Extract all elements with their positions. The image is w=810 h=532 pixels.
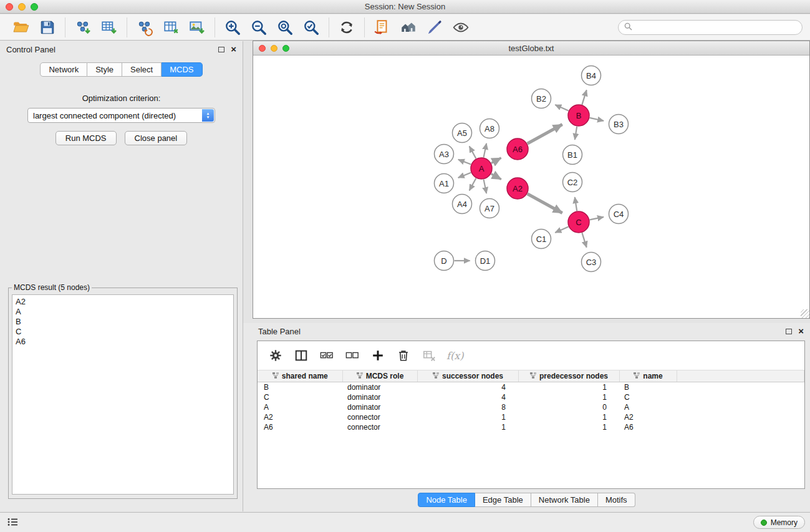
zoom-fit-button[interactable] (274, 17, 296, 38)
column-header-shared-name[interactable]: shared name (258, 370, 342, 382)
mcds-result-item[interactable]: A6 (16, 337, 230, 347)
mcds-result-list[interactable]: A2ABCA6 (12, 294, 234, 495)
zoom-selected-button[interactable] (301, 17, 322, 38)
deselect-all-button[interactable] (344, 347, 360, 364)
network-node-A3[interactable]: A3 (435, 145, 454, 164)
home-button[interactable] (398, 17, 419, 38)
network-node-A2[interactable]: A2 (507, 178, 528, 199)
network-edge-C-C1[interactable] (555, 226, 568, 233)
network-window-titlebar[interactable]: testGlobe.txt (253, 41, 809, 56)
network-node-D1[interactable]: D1 (476, 251, 495, 271)
network-node-A7[interactable]: A7 (480, 199, 499, 218)
tab-network[interactable]: Network (40, 62, 87, 77)
optimization-criterion-dropdown[interactable]: largest connected component (directed) ▲… (27, 108, 215, 123)
close-panel-icon[interactable]: × (231, 46, 236, 53)
network-edge-C-C2[interactable] (575, 197, 577, 211)
network-close-button[interactable] (259, 45, 266, 52)
network-canvas[interactable]: B4B2BB3A5A8A6B1A3AC2A1A2A4A7C4CC1C3DD1 (253, 56, 809, 318)
trash-button[interactable] (395, 347, 412, 364)
network-edge-A6-B[interactable] (528, 124, 562, 143)
network-graph[interactable]: B4B2BB3A5A8A6B1A3AC2A1A2A4A7C4CC1C3DD1 (253, 56, 809, 318)
tab-select[interactable]: Select (122, 62, 162, 77)
network-node-C2[interactable]: C2 (563, 173, 582, 192)
network-edge-A-A4[interactable] (470, 178, 476, 191)
tab-node-table[interactable]: Node Table (418, 493, 475, 507)
memory-button[interactable]: Memory (753, 516, 805, 529)
save-session-button[interactable] (37, 17, 58, 38)
new-network-button[interactable] (134, 17, 155, 38)
table-row[interactable]: A6connector11A6 (258, 422, 804, 432)
tab-network-table[interactable]: Network Table (531, 493, 598, 507)
minimize-window-button[interactable] (18, 3, 26, 11)
column-header-name[interactable]: name (619, 370, 677, 382)
network-edge-A-A6[interactable] (491, 158, 501, 163)
tab-mcds[interactable]: MCDS (162, 62, 202, 77)
import-table-button[interactable] (99, 17, 120, 38)
mcds-result-item[interactable]: C (16, 327, 230, 337)
network-node-C[interactable]: C (568, 211, 589, 233)
mcds-result-item[interactable]: A2 (16, 297, 230, 307)
float-table-panel-icon[interactable] (786, 329, 792, 334)
open-session-button[interactable] (11, 17, 32, 38)
close-panel-button[interactable]: Close panel (125, 131, 188, 145)
network-node-A8[interactable]: A8 (480, 119, 499, 138)
document-export-button[interactable] (372, 17, 393, 38)
new-table-button[interactable] (160, 17, 181, 38)
table-row[interactable]: A2connector11A2 (258, 412, 804, 422)
network-edge-A-A2[interactable] (491, 174, 501, 180)
tab-style[interactable]: Style (87, 62, 122, 77)
zoom-window-button[interactable] (31, 3, 38, 11)
network-node-B3[interactable]: B3 (609, 115, 629, 134)
mcds-result-item[interactable]: B (16, 317, 230, 327)
zoom-out-button[interactable] (248, 17, 269, 38)
table-row[interactable]: Bdominator41B (258, 382, 804, 392)
network-edge-B-B3[interactable] (590, 118, 604, 121)
network-node-A6[interactable]: A6 (507, 138, 528, 160)
table-row[interactable]: Cdominator41C (258, 392, 804, 402)
tab-edge-table[interactable]: Edge Table (475, 493, 531, 507)
network-node-B[interactable]: B (568, 105, 589, 126)
network-edge-A-A3[interactable] (458, 160, 471, 165)
zoom-in-button[interactable] (222, 17, 243, 38)
network-edge-C-C4[interactable] (590, 217, 604, 220)
column-header-mcds-role[interactable]: MCDS role (342, 370, 417, 382)
style-brush-button[interactable] (424, 17, 445, 38)
delete-table-button[interactable] (421, 347, 437, 364)
column-header-predecessor-nodes[interactable]: predecessor nodes (518, 370, 619, 382)
resize-grip[interactable] (801, 309, 809, 318)
network-edge-A-A5[interactable] (470, 147, 476, 159)
network-edge-B-B1[interactable] (575, 127, 577, 140)
column-layout-button[interactable] (293, 347, 309, 364)
network-node-C4[interactable]: C4 (609, 205, 629, 224)
network-node-A1[interactable]: A1 (435, 174, 454, 193)
network-edge-A-A8[interactable] (484, 143, 487, 157)
network-node-C1[interactable]: C1 (532, 230, 551, 249)
network-node-B2[interactable]: B2 (532, 89, 551, 109)
select-all-button[interactable] (319, 347, 335, 364)
network-edge-A-A1[interactable] (458, 173, 471, 178)
network-minimize-button[interactable] (271, 45, 277, 52)
network-node-A4[interactable]: A4 (453, 195, 472, 214)
network-zoom-button[interactable] (282, 45, 289, 52)
network-edge-A-A7[interactable] (484, 180, 487, 193)
column-header-successor-nodes[interactable]: successor nodes (417, 370, 518, 382)
mcds-result-item[interactable]: A (16, 307, 230, 317)
network-edge-B-B2[interactable] (555, 105, 568, 111)
network-edge-C-C3[interactable] (582, 233, 586, 247)
settings-gear-button[interactable] (268, 347, 284, 364)
close-table-panel-icon[interactable]: × (798, 327, 804, 335)
task-history-button[interactable] (7, 518, 18, 529)
network-node-D[interactable]: D (435, 251, 454, 271)
run-mcds-button[interactable]: Run MCDS (55, 131, 117, 145)
export-image-button[interactable] (186, 17, 208, 38)
network-edge-B-B4[interactable] (582, 90, 586, 104)
search-box[interactable] (618, 20, 803, 35)
import-network-button[interactable] (72, 17, 94, 38)
eye-button[interactable] (450, 17, 471, 38)
network-node-A5[interactable]: A5 (453, 123, 472, 143)
network-node-C3[interactable]: C3 (582, 253, 601, 272)
refresh-layout-button[interactable] (336, 17, 357, 38)
network-node-A[interactable]: A (471, 158, 492, 179)
network-node-B1[interactable]: B1 (563, 145, 582, 165)
tab-motifs[interactable]: Motifs (598, 493, 635, 507)
